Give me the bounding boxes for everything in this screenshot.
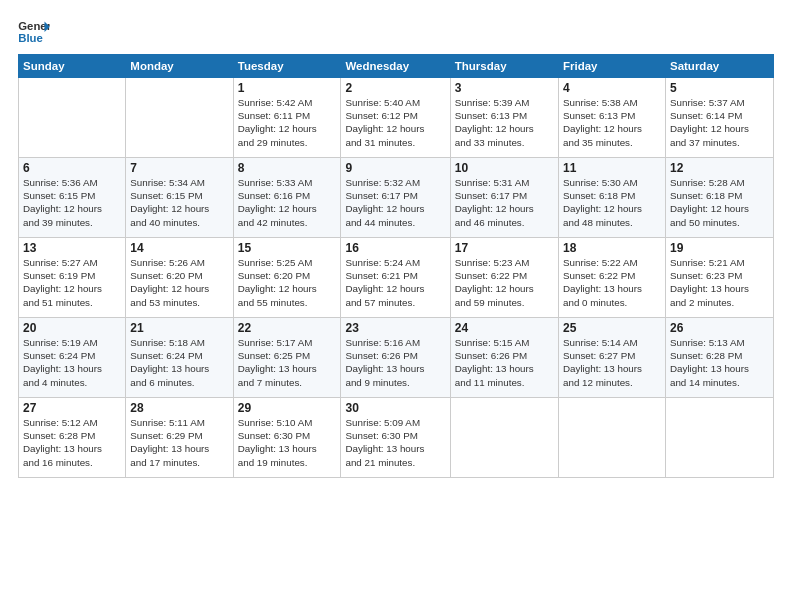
day-info: Sunrise: 5:11 AM Sunset: 6:29 PM Dayligh… bbox=[130, 416, 228, 469]
day-number: 4 bbox=[563, 81, 661, 95]
calendar-cell: 29Sunrise: 5:10 AM Sunset: 6:30 PM Dayli… bbox=[233, 398, 341, 478]
calendar-cell: 19Sunrise: 5:21 AM Sunset: 6:23 PM Dayli… bbox=[665, 238, 773, 318]
weekday-header-tuesday: Tuesday bbox=[233, 55, 341, 78]
day-number: 22 bbox=[238, 321, 337, 335]
day-info: Sunrise: 5:14 AM Sunset: 6:27 PM Dayligh… bbox=[563, 336, 661, 389]
calendar-cell bbox=[558, 398, 665, 478]
day-info: Sunrise: 5:32 AM Sunset: 6:17 PM Dayligh… bbox=[345, 176, 445, 229]
calendar-cell: 5Sunrise: 5:37 AM Sunset: 6:14 PM Daylig… bbox=[665, 78, 773, 158]
calendar-cell: 4Sunrise: 5:38 AM Sunset: 6:13 PM Daylig… bbox=[558, 78, 665, 158]
day-number: 28 bbox=[130, 401, 228, 415]
day-number: 3 bbox=[455, 81, 554, 95]
day-info: Sunrise: 5:38 AM Sunset: 6:13 PM Dayligh… bbox=[563, 96, 661, 149]
day-number: 6 bbox=[23, 161, 121, 175]
day-info: Sunrise: 5:10 AM Sunset: 6:30 PM Dayligh… bbox=[238, 416, 337, 469]
calendar-cell: 26Sunrise: 5:13 AM Sunset: 6:28 PM Dayli… bbox=[665, 318, 773, 398]
weekday-header-saturday: Saturday bbox=[665, 55, 773, 78]
day-info: Sunrise: 5:18 AM Sunset: 6:24 PM Dayligh… bbox=[130, 336, 228, 389]
day-info: Sunrise: 5:36 AM Sunset: 6:15 PM Dayligh… bbox=[23, 176, 121, 229]
day-number: 29 bbox=[238, 401, 337, 415]
calendar-cell: 27Sunrise: 5:12 AM Sunset: 6:28 PM Dayli… bbox=[19, 398, 126, 478]
header: General Blue bbox=[18, 18, 774, 46]
calendar-cell: 28Sunrise: 5:11 AM Sunset: 6:29 PM Dayli… bbox=[126, 398, 233, 478]
day-number: 16 bbox=[345, 241, 445, 255]
logo-icon: General Blue bbox=[18, 18, 50, 46]
day-info: Sunrise: 5:27 AM Sunset: 6:19 PM Dayligh… bbox=[23, 256, 121, 309]
weekday-header-wednesday: Wednesday bbox=[341, 55, 450, 78]
svg-text:Blue: Blue bbox=[18, 32, 43, 44]
calendar-cell: 12Sunrise: 5:28 AM Sunset: 6:18 PM Dayli… bbox=[665, 158, 773, 238]
calendar-cell: 7Sunrise: 5:34 AM Sunset: 6:15 PM Daylig… bbox=[126, 158, 233, 238]
calendar-cell: 8Sunrise: 5:33 AM Sunset: 6:16 PM Daylig… bbox=[233, 158, 341, 238]
day-number: 8 bbox=[238, 161, 337, 175]
day-info: Sunrise: 5:33 AM Sunset: 6:16 PM Dayligh… bbox=[238, 176, 337, 229]
day-info: Sunrise: 5:23 AM Sunset: 6:22 PM Dayligh… bbox=[455, 256, 554, 309]
day-info: Sunrise: 5:22 AM Sunset: 6:22 PM Dayligh… bbox=[563, 256, 661, 309]
week-row-3: 13Sunrise: 5:27 AM Sunset: 6:19 PM Dayli… bbox=[19, 238, 774, 318]
calendar-cell: 22Sunrise: 5:17 AM Sunset: 6:25 PM Dayli… bbox=[233, 318, 341, 398]
weekday-header-row: SundayMondayTuesdayWednesdayThursdayFrid… bbox=[19, 55, 774, 78]
calendar-cell: 23Sunrise: 5:16 AM Sunset: 6:26 PM Dayli… bbox=[341, 318, 450, 398]
day-number: 15 bbox=[238, 241, 337, 255]
day-info: Sunrise: 5:21 AM Sunset: 6:23 PM Dayligh… bbox=[670, 256, 769, 309]
weekday-header-monday: Monday bbox=[126, 55, 233, 78]
calendar-cell: 17Sunrise: 5:23 AM Sunset: 6:22 PM Dayli… bbox=[450, 238, 558, 318]
day-info: Sunrise: 5:09 AM Sunset: 6:30 PM Dayligh… bbox=[345, 416, 445, 469]
day-number: 25 bbox=[563, 321, 661, 335]
day-number: 23 bbox=[345, 321, 445, 335]
calendar-cell bbox=[450, 398, 558, 478]
calendar-cell: 16Sunrise: 5:24 AM Sunset: 6:21 PM Dayli… bbox=[341, 238, 450, 318]
day-number: 10 bbox=[455, 161, 554, 175]
day-number: 21 bbox=[130, 321, 228, 335]
day-info: Sunrise: 5:31 AM Sunset: 6:17 PM Dayligh… bbox=[455, 176, 554, 229]
calendar-cell: 2Sunrise: 5:40 AM Sunset: 6:12 PM Daylig… bbox=[341, 78, 450, 158]
calendar-cell: 24Sunrise: 5:15 AM Sunset: 6:26 PM Dayli… bbox=[450, 318, 558, 398]
calendar-cell: 21Sunrise: 5:18 AM Sunset: 6:24 PM Dayli… bbox=[126, 318, 233, 398]
day-number: 19 bbox=[670, 241, 769, 255]
day-number: 24 bbox=[455, 321, 554, 335]
day-number: 30 bbox=[345, 401, 445, 415]
calendar-cell: 13Sunrise: 5:27 AM Sunset: 6:19 PM Dayli… bbox=[19, 238, 126, 318]
day-info: Sunrise: 5:15 AM Sunset: 6:26 PM Dayligh… bbox=[455, 336, 554, 389]
day-number: 1 bbox=[238, 81, 337, 95]
calendar-cell bbox=[19, 78, 126, 158]
day-number: 26 bbox=[670, 321, 769, 335]
week-row-4: 20Sunrise: 5:19 AM Sunset: 6:24 PM Dayli… bbox=[19, 318, 774, 398]
day-info: Sunrise: 5:17 AM Sunset: 6:25 PM Dayligh… bbox=[238, 336, 337, 389]
calendar-cell: 20Sunrise: 5:19 AM Sunset: 6:24 PM Dayli… bbox=[19, 318, 126, 398]
day-info: Sunrise: 5:42 AM Sunset: 6:11 PM Dayligh… bbox=[238, 96, 337, 149]
day-info: Sunrise: 5:30 AM Sunset: 6:18 PM Dayligh… bbox=[563, 176, 661, 229]
calendar-cell bbox=[126, 78, 233, 158]
calendar-cell: 3Sunrise: 5:39 AM Sunset: 6:13 PM Daylig… bbox=[450, 78, 558, 158]
day-info: Sunrise: 5:19 AM Sunset: 6:24 PM Dayligh… bbox=[23, 336, 121, 389]
page: General Blue SundayMondayTuesdayWednesda… bbox=[0, 0, 792, 612]
day-info: Sunrise: 5:37 AM Sunset: 6:14 PM Dayligh… bbox=[670, 96, 769, 149]
day-info: Sunrise: 5:34 AM Sunset: 6:15 PM Dayligh… bbox=[130, 176, 228, 229]
day-info: Sunrise: 5:13 AM Sunset: 6:28 PM Dayligh… bbox=[670, 336, 769, 389]
day-info: Sunrise: 5:24 AM Sunset: 6:21 PM Dayligh… bbox=[345, 256, 445, 309]
day-info: Sunrise: 5:40 AM Sunset: 6:12 PM Dayligh… bbox=[345, 96, 445, 149]
day-info: Sunrise: 5:26 AM Sunset: 6:20 PM Dayligh… bbox=[130, 256, 228, 309]
calendar-table: SundayMondayTuesdayWednesdayThursdayFrid… bbox=[18, 54, 774, 478]
day-info: Sunrise: 5:39 AM Sunset: 6:13 PM Dayligh… bbox=[455, 96, 554, 149]
day-number: 12 bbox=[670, 161, 769, 175]
day-number: 20 bbox=[23, 321, 121, 335]
logo: General Blue bbox=[18, 18, 50, 46]
weekday-header-sunday: Sunday bbox=[19, 55, 126, 78]
calendar-cell bbox=[665, 398, 773, 478]
day-number: 17 bbox=[455, 241, 554, 255]
day-number: 7 bbox=[130, 161, 228, 175]
calendar-cell: 30Sunrise: 5:09 AM Sunset: 6:30 PM Dayli… bbox=[341, 398, 450, 478]
day-number: 9 bbox=[345, 161, 445, 175]
calendar-cell: 25Sunrise: 5:14 AM Sunset: 6:27 PM Dayli… bbox=[558, 318, 665, 398]
calendar-cell: 11Sunrise: 5:30 AM Sunset: 6:18 PM Dayli… bbox=[558, 158, 665, 238]
calendar-cell: 18Sunrise: 5:22 AM Sunset: 6:22 PM Dayli… bbox=[558, 238, 665, 318]
day-number: 14 bbox=[130, 241, 228, 255]
day-number: 18 bbox=[563, 241, 661, 255]
day-number: 27 bbox=[23, 401, 121, 415]
calendar-cell: 14Sunrise: 5:26 AM Sunset: 6:20 PM Dayli… bbox=[126, 238, 233, 318]
calendar-cell: 1Sunrise: 5:42 AM Sunset: 6:11 PM Daylig… bbox=[233, 78, 341, 158]
weekday-header-friday: Friday bbox=[558, 55, 665, 78]
calendar-cell: 6Sunrise: 5:36 AM Sunset: 6:15 PM Daylig… bbox=[19, 158, 126, 238]
day-number: 11 bbox=[563, 161, 661, 175]
